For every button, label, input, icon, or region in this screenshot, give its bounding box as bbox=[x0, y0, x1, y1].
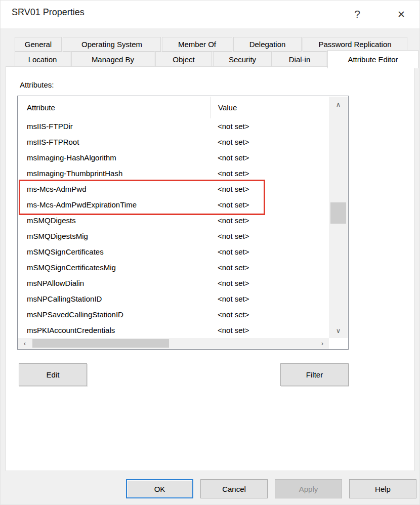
vertical-scroll-thumb[interactable] bbox=[330, 202, 346, 224]
list-header: Attribute Value bbox=[18, 97, 329, 118]
cancel-button[interactable]: Cancel bbox=[200, 479, 268, 498]
tab-dial-in[interactable]: Dial-in bbox=[273, 52, 326, 67]
table-row[interactable]: ms-Mcs-AdmPwdExpirationTime<not set> bbox=[18, 197, 329, 213]
attribute-value-cell: <not set> bbox=[211, 275, 329, 291]
attribute-name-cell: mSMQDigestsMig bbox=[18, 228, 211, 244]
scroll-down-icon[interactable]: ∨ bbox=[329, 323, 348, 338]
attribute-value-cell: <not set> bbox=[211, 213, 329, 228]
tab-general[interactable]: General bbox=[15, 37, 62, 52]
tab-password-replication[interactable]: Password Replication bbox=[303, 37, 407, 52]
table-row[interactable]: msNPAllowDialin<not set> bbox=[18, 275, 329, 291]
attribute-name-cell: msIIS-FTPRoot bbox=[18, 134, 211, 150]
attribute-value-cell: <not set> bbox=[211, 228, 329, 244]
attribute-name-cell: mSMQSignCertificatesMig bbox=[18, 260, 211, 275]
list-rows: msIIS-FTPDir<not set>msIIS-FTPRoot<not s… bbox=[18, 118, 329, 338]
attribute-value-cell: <not set> bbox=[211, 150, 329, 165]
table-row[interactable]: mSMQSignCertificates<not set> bbox=[18, 244, 329, 260]
attribute-value-cell: <not set> bbox=[211, 165, 329, 181]
attribute-value-cell: <not set> bbox=[211, 244, 329, 260]
attribute-name-cell: msNPSavedCallingStationID bbox=[18, 307, 211, 322]
horizontal-scrollbar[interactable]: ‹ › bbox=[18, 338, 329, 349]
column-header-attribute[interactable]: Attribute bbox=[18, 97, 211, 118]
attribute-name-cell: msImaging-ThumbprintHash bbox=[18, 165, 211, 181]
help-button[interactable]: Help bbox=[349, 479, 416, 498]
tab-operating-system[interactable]: Operating System bbox=[63, 37, 161, 52]
apply-button[interactable]: Apply bbox=[275, 479, 342, 498]
attribute-name-cell: msIIS-FTPDir bbox=[18, 118, 211, 134]
tab-row-1: GeneralOperating SystemMember OfDelegati… bbox=[15, 37, 407, 52]
attribute-value-cell: <not set> bbox=[211, 322, 329, 338]
table-row[interactable]: mSMQSignCertificatesMig<not set> bbox=[18, 260, 329, 275]
tab-attribute-editor[interactable]: Attribute Editor bbox=[327, 50, 418, 68]
attribute-name-cell: ms-Mcs-AdmPwd bbox=[18, 181, 211, 197]
filter-button[interactable]: Filter bbox=[280, 363, 349, 386]
tab-security[interactable]: Security bbox=[213, 52, 272, 67]
tab-row-2: LocationManaged ByObjectSecurityDial-inA… bbox=[15, 52, 418, 67]
attribute-name-cell: ms-Mcs-AdmPwdExpirationTime bbox=[18, 197, 211, 213]
tab-managed-by[interactable]: Managed By bbox=[71, 52, 154, 67]
table-row[interactable]: msPKIAccountCredentials<not set> bbox=[18, 322, 329, 338]
attribute-name-cell: msImaging-HashAlgorithm bbox=[18, 150, 211, 165]
ok-button[interactable]: OK bbox=[126, 479, 193, 498]
table-row[interactable]: msIIS-FTPRoot<not set> bbox=[18, 134, 329, 150]
attribute-name-cell: msNPAllowDialin bbox=[18, 275, 211, 291]
table-row[interactable]: mSMQDigestsMig<not set> bbox=[18, 228, 329, 244]
attribute-value-cell: <not set> bbox=[211, 181, 329, 197]
edit-button[interactable]: Edit bbox=[19, 363, 87, 386]
attribute-value-cell: <not set> bbox=[211, 307, 329, 322]
attribute-name-cell: mSMQSignCertificates bbox=[18, 244, 211, 260]
attribute-value-cell: <not set> bbox=[211, 291, 329, 307]
window-title: SRV01 Properties bbox=[12, 7, 85, 18]
horizontal-scroll-thumb[interactable] bbox=[32, 339, 169, 348]
attribute-value-cell: <not set> bbox=[211, 118, 329, 134]
scroll-right-icon[interactable]: › bbox=[316, 338, 329, 349]
attributes-label: Attributes: bbox=[20, 80, 54, 89]
table-row[interactable]: mSMQDigests<not set> bbox=[18, 213, 329, 228]
table-row[interactable]: msNPCallingStationID<not set> bbox=[18, 291, 329, 307]
table-row[interactable]: msNPSavedCallingStationID<not set> bbox=[18, 307, 329, 322]
attribute-value-cell: <not set> bbox=[211, 197, 329, 213]
table-row[interactable]: msImaging-ThumbprintHash<not set> bbox=[18, 165, 329, 181]
attribute-name-cell: mSMQDigests bbox=[18, 213, 211, 228]
tab-object[interactable]: Object bbox=[155, 52, 212, 67]
table-row[interactable]: ms-Mcs-AdmPwd<not set> bbox=[18, 181, 329, 197]
tab-member-of[interactable]: Member Of bbox=[162, 37, 232, 52]
attribute-name-cell: msNPCallingStationID bbox=[18, 291, 211, 307]
properties-dialog: SRV01 Properties ? ✕ GeneralOperating Sy… bbox=[0, 0, 420, 505]
title-bar: SRV01 Properties ? ✕ bbox=[1, 1, 419, 28]
table-row[interactable]: msIIS-FTPDir<not set> bbox=[18, 118, 329, 134]
column-header-value[interactable]: Value bbox=[211, 97, 329, 118]
help-icon[interactable]: ? bbox=[349, 5, 366, 24]
tab-location[interactable]: Location bbox=[15, 52, 70, 67]
close-icon[interactable]: ✕ bbox=[393, 5, 410, 24]
table-row[interactable]: msImaging-HashAlgorithm<not set> bbox=[18, 150, 329, 165]
tab-delegation[interactable]: Delegation bbox=[233, 37, 302, 52]
attribute-value-cell: <not set> bbox=[211, 260, 329, 275]
vertical-scrollbar[interactable]: ∧ ∨ bbox=[329, 97, 348, 338]
attributes-list[interactable]: Attribute Value msIIS-FTPDir<not set>msI… bbox=[17, 96, 349, 350]
scroll-left-icon[interactable]: ‹ bbox=[18, 338, 31, 349]
scroll-up-icon[interactable]: ∧ bbox=[329, 97, 348, 112]
attribute-name-cell: msPKIAccountCredentials bbox=[18, 322, 211, 338]
attribute-value-cell: <not set> bbox=[211, 134, 329, 150]
